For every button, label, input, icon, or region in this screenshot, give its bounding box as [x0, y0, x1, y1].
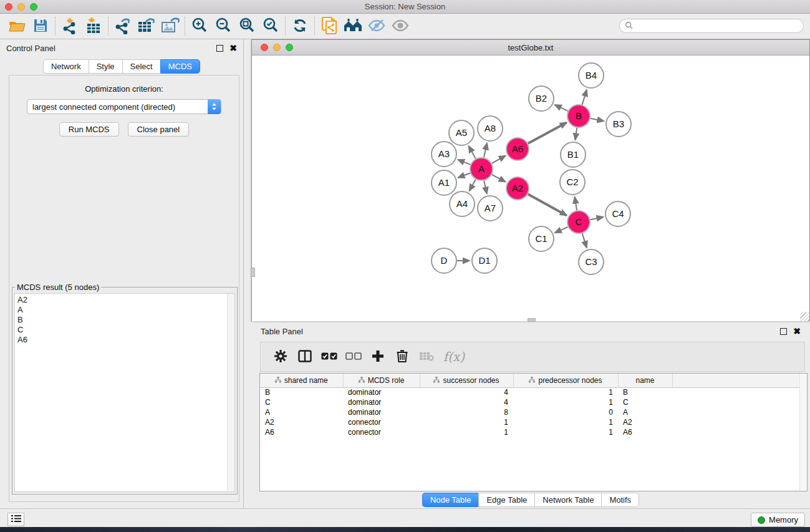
zoom-selected-button[interactable]	[259, 16, 282, 37]
table-cell[interactable]: C	[260, 397, 343, 407]
node-A8[interactable]: A8	[478, 116, 503, 141]
node-A3[interactable]: A3	[432, 142, 456, 167]
edge-A-A5[interactable]	[469, 146, 476, 158]
table-row[interactable]: Bdominator41B	[260, 387, 807, 397]
vertical-scroll-thumb[interactable]	[251, 268, 255, 277]
close-panel-icon[interactable]: ✖	[229, 45, 237, 52]
edge-C-C1[interactable]	[555, 227, 568, 233]
network-canvas[interactable]: B4B2BB3A5A8A6A3B1AA1C2A2A4A7C4CC1C3DD1	[252, 56, 809, 321]
tab-mcds[interactable]: MCDS	[160, 59, 200, 74]
mcds-result-item[interactable]: A2	[17, 295, 234, 305]
float-table-panel-icon[interactable]	[780, 328, 787, 335]
mcds-result-item[interactable]: C	[17, 325, 234, 335]
node-B2[interactable]: B2	[529, 86, 554, 111]
task-history-button[interactable]	[7, 513, 24, 526]
clone-network-button[interactable]	[317, 16, 341, 37]
table-cell[interactable]: connector	[343, 427, 420, 437]
zoom-network-button[interactable]	[286, 44, 293, 51]
edge-A-A6[interactable]	[492, 156, 506, 163]
delete-table-button[interactable]	[415, 346, 438, 368]
tab-style[interactable]: Style	[89, 59, 122, 74]
mcds-result-item[interactable]: A6	[17, 335, 234, 345]
node-A[interactable]: A	[470, 158, 493, 180]
minimize-window-button[interactable]	[17, 3, 25, 11]
mcds-result-item[interactable]: B	[17, 315, 234, 325]
node-B3[interactable]: B3	[606, 112, 631, 137]
column-header-MCDS-role[interactable]: MCDS role	[343, 374, 420, 387]
table-cell[interactable]: 8	[420, 407, 513, 417]
table-cell[interactable]: 4	[420, 397, 513, 407]
node-C1[interactable]: C1	[529, 226, 554, 251]
table-cell[interactable]: A	[260, 407, 343, 417]
column-header-successor-nodes[interactable]: successor nodes	[420, 374, 513, 387]
export-image-button[interactable]	[158, 16, 182, 37]
node-A5[interactable]: A5	[449, 120, 474, 145]
edge-A-A2[interactable]	[492, 175, 506, 182]
column-header-name[interactable]: name	[618, 374, 672, 387]
save-session-button[interactable]	[29, 16, 52, 37]
table-cell[interactable]: 1	[513, 427, 618, 437]
table-cell[interactable]: A6	[260, 427, 343, 437]
memory-button[interactable]: Memory	[751, 513, 805, 527]
node-D[interactable]: D	[432, 248, 456, 273]
edge-B-B2[interactable]	[555, 105, 568, 111]
node-C[interactable]: C	[567, 211, 590, 233]
table-cell[interactable]: connector	[343, 417, 420, 427]
edge-C-C2[interactable]	[575, 197, 577, 211]
edge-C-C4[interactable]	[591, 217, 604, 220]
edge-A-A7[interactable]	[484, 181, 487, 194]
tab-node-table[interactable]: Node Table	[422, 493, 479, 507]
edge-B-B3[interactable]	[591, 118, 604, 121]
node-A2[interactable]: A2	[506, 177, 529, 200]
node-A6[interactable]: A6	[506, 138, 529, 160]
zoom-out-button[interactable]	[211, 16, 235, 37]
table-cell[interactable]: B	[618, 387, 672, 397]
column-header-shared-name[interactable]: shared name	[260, 374, 343, 387]
horizontal-scroll-thumb[interactable]	[528, 318, 536, 322]
node-B4[interactable]: B4	[579, 63, 604, 88]
table-header-row[interactable]: shared nameMCDS rolesuccessor nodesprede…	[260, 374, 807, 387]
node-A4[interactable]: A4	[450, 191, 475, 216]
search-box[interactable]	[619, 19, 804, 33]
float-panel-icon[interactable]	[216, 45, 223, 52]
import-table-button[interactable]	[82, 16, 105, 37]
table-cell[interactable]: 1	[513, 387, 618, 397]
edge-C-C3[interactable]	[582, 233, 587, 248]
table-cell[interactable]: B	[260, 387, 343, 397]
zoom-fit-button[interactable]	[235, 16, 259, 37]
resize-grip[interactable]	[800, 312, 809, 321]
table-cell[interactable]: A	[618, 407, 672, 417]
delete-column-button[interactable]	[391, 346, 413, 368]
table-cell[interactable]: dominator	[343, 397, 420, 407]
table-row[interactable]: Adominator80A	[260, 407, 807, 417]
minimize-network-button[interactable]	[273, 44, 281, 51]
table-cell[interactable]: 1	[513, 417, 618, 427]
tab-edge-table[interactable]: Edge Table	[478, 493, 534, 507]
table-cell[interactable]: A2	[260, 417, 343, 427]
table-row[interactable]: Cdominator41C	[260, 397, 807, 407]
deselect-all-columns-button[interactable]	[342, 346, 365, 368]
zoom-window-button[interactable]	[30, 3, 37, 11]
network-graph[interactable]: B4B2BB3A5A8A6A3B1AA1C2A2A4A7C4CC1C3DD1	[252, 56, 809, 321]
select-all-columns-button[interactable]	[318, 346, 340, 368]
table-cell[interactable]: A6	[618, 427, 672, 437]
table-row[interactable]: A2connector11A2	[260, 417, 807, 427]
edge-A2-C[interactable]	[528, 194, 567, 215]
show-all-button[interactable]	[388, 16, 412, 37]
tab-network-table[interactable]: Network Table	[534, 493, 601, 507]
dropdown-stepper[interactable]	[208, 99, 221, 114]
tab-select[interactable]: Select	[122, 59, 160, 74]
edge-B-B1[interactable]	[575, 128, 577, 140]
edge-A-A4[interactable]	[470, 180, 476, 191]
network-window-titlebar[interactable]: testGlobe.txt	[252, 40, 809, 56]
result-scrollbar[interactable]	[227, 294, 234, 491]
close-window-button[interactable]	[5, 3, 12, 11]
create-column-button[interactable]	[367, 346, 389, 368]
table-cell[interactable]: 0	[513, 407, 618, 417]
tab-motifs[interactable]: Motifs	[601, 493, 639, 507]
criterion-dropdown[interactable]: largest connected component (directed)	[27, 99, 221, 114]
edge-A-A3[interactable]	[458, 160, 470, 165]
hide-selected-button[interactable]	[365, 16, 388, 37]
table-cell[interactable]: C	[618, 397, 672, 407]
node-C3[interactable]: C3	[579, 249, 604, 274]
